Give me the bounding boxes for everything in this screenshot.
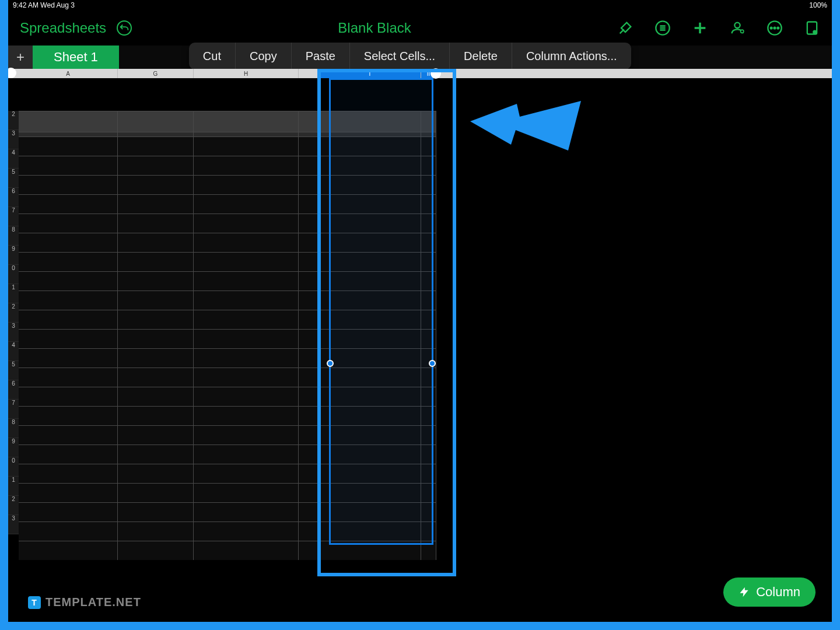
col-header-g[interactable]: G (118, 69, 194, 78)
watermark-badge: T (28, 596, 41, 609)
document-icon[interactable] (804, 20, 820, 36)
format-brush-icon[interactable] (617, 20, 634, 36)
context-menu: Cut Copy Paste Select Cells... Delete Co… (189, 43, 631, 69)
more-icon[interactable] (766, 20, 783, 36)
ctx-column-actions[interactable]: Column Actions... (512, 43, 631, 69)
document-title[interactable]: Blank Black (132, 20, 617, 36)
svg-point-5 (774, 27, 776, 29)
selection-handle-left[interactable] (327, 360, 334, 367)
column-button[interactable]: Column (723, 578, 816, 607)
ctx-paste[interactable]: Paste (292, 43, 350, 69)
spreadsheet-area[interactable]: A G H I II 2 3 4 5 6 7 8 9 0 1 2 3 4 (8, 69, 832, 534)
column-selection[interactable] (329, 78, 433, 545)
add-sheet-button[interactable]: + (8, 46, 33, 69)
status-bar: 9:42 AM Wed Aug 3 100% (8, 0, 832, 10)
undo-icon[interactable] (117, 20, 132, 36)
status-right: 100% (809, 1, 827, 9)
add-icon[interactable] (692, 20, 708, 36)
svg-marker-9 (470, 101, 581, 150)
annotation-arrow-icon (470, 98, 587, 170)
app-header: Spreadsheets Blank Black (8, 10, 832, 46)
select-all-corner[interactable] (8, 69, 19, 78)
selection-handle-right[interactable] (429, 360, 436, 367)
watermark-text: TEMPLATE.NET (46, 596, 141, 609)
svg-point-6 (777, 27, 779, 29)
column-button-label: Column (756, 584, 800, 600)
row-headers[interactable]: 2 3 4 5 6 7 8 9 0 1 2 3 4 5 6 7 8 9 0 1 (8, 78, 19, 534)
svg-point-1 (734, 23, 740, 28)
svg-point-8 (813, 30, 817, 34)
status-left: 9:42 AM Wed Aug 3 (13, 1, 75, 9)
watermark: T TEMPLATE.NET (28, 596, 141, 609)
list-icon[interactable] (654, 20, 671, 36)
ctx-cut[interactable]: Cut (189, 43, 236, 69)
col-header-a[interactable]: A (19, 69, 118, 78)
col-header-spacer (299, 69, 319, 78)
bolt-icon (738, 586, 750, 598)
ctx-copy[interactable]: Copy (236, 43, 292, 69)
collaborate-icon[interactable] (729, 20, 746, 36)
sheet-tabs-row: + Sheet 1 Cut Copy Paste Select Cells...… (8, 46, 832, 69)
sheet-tab-1[interactable]: Sheet 1 (33, 46, 119, 69)
ctx-select-cells[interactable]: Select Cells... (350, 43, 450, 69)
col-header-h[interactable]: H (194, 69, 299, 78)
svg-point-4 (771, 27, 772, 29)
ctx-delete[interactable]: Delete (450, 43, 512, 69)
back-button[interactable]: Spreadsheets (20, 20, 106, 36)
